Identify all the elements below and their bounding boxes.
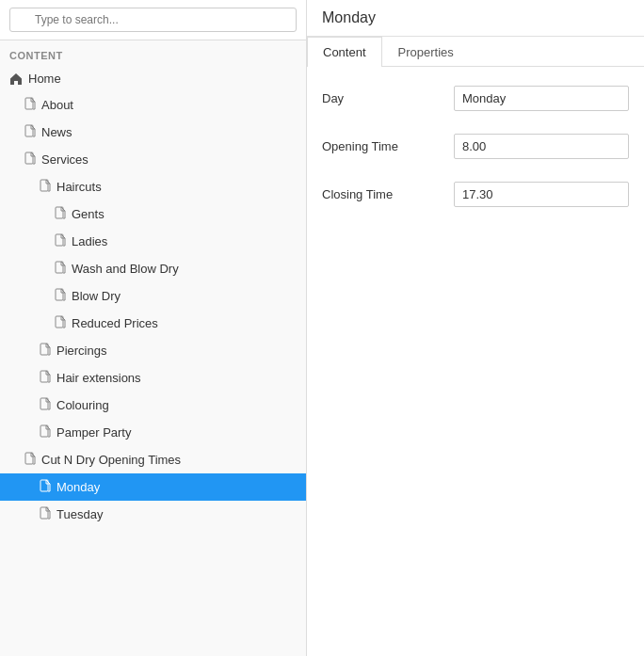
- page-icon: [55, 233, 66, 249]
- nav-item-label: Home: [28, 72, 61, 86]
- svg-rect-38: [40, 425, 48, 437]
- tab-properties[interactable]: Properties: [382, 37, 470, 67]
- svg-rect-35: [40, 398, 48, 409]
- svg-rect-14: [56, 207, 63, 218]
- nav-item-about[interactable]: About: [0, 91, 306, 119]
- svg-rect-32: [40, 371, 48, 382]
- nav-item-services[interactable]: Services: [0, 146, 306, 173]
- closing-time-row: Closing Time: [322, 182, 629, 207]
- opening-time-input[interactable]: [454, 134, 629, 159]
- svg-rect-8: [25, 152, 33, 164]
- nav-item-label: Haircuts: [56, 180, 102, 194]
- opening-time-row: Opening Time: [322, 134, 629, 159]
- nav-item-piercings[interactable]: Piercings: [0, 337, 306, 364]
- svg-rect-23: [56, 289, 63, 300]
- page-icon: [55, 315, 66, 331]
- right-content: Day Opening Time Closing Time: [307, 67, 644, 656]
- left-panel: ⚠ CONTENT HomeAboutNewsServicesHaircutsG…: [0, 0, 307, 656]
- right-header: Monday: [307, 0, 644, 37]
- right-panel: Monday ContentProperties Day Opening Tim…: [307, 0, 644, 656]
- nav-item-tuesday[interactable]: Tuesday: [0, 501, 306, 528]
- page-icon: [40, 506, 51, 522]
- svg-rect-5: [25, 125, 33, 136]
- page-icon: [40, 397, 51, 413]
- page-icon: [24, 97, 36, 113]
- page-icon: [55, 261, 66, 277]
- nav-item-label: Services: [41, 152, 89, 167]
- nav-item-colouring[interactable]: Colouring: [0, 392, 306, 419]
- page-icon: [40, 479, 51, 495]
- nav-item-ladies[interactable]: Ladies: [0, 228, 306, 255]
- nav-item-news[interactable]: News: [0, 119, 306, 146]
- svg-rect-47: [40, 507, 48, 519]
- day-input[interactable]: [454, 86, 629, 111]
- nav-item-label: Reduced Prices: [72, 316, 158, 330]
- opening-time-label: Opening Time: [322, 134, 454, 153]
- page-icon: [40, 424, 51, 440]
- svg-rect-29: [40, 344, 48, 355]
- nav-item-home[interactable]: Home: [0, 66, 306, 91]
- nav-item-wash-blow-dry[interactable]: Wash and Blow Dry: [0, 255, 306, 282]
- nav-item-label: Wash and Blow Dry: [72, 262, 179, 276]
- nav-tree: HomeAboutNewsServicesHaircutsGentsLadies…: [0, 66, 306, 656]
- page-title: Monday: [322, 9, 629, 26]
- closing-time-input[interactable]: [454, 182, 629, 207]
- svg-rect-20: [56, 262, 63, 273]
- page-icon: [24, 452, 36, 468]
- home-icon: [9, 72, 23, 86]
- nav-item-label: Blow Dry: [72, 289, 121, 303]
- nav-item-label: Colouring: [56, 398, 109, 412]
- svg-rect-2: [25, 98, 33, 109]
- page-icon: [24, 124, 36, 140]
- page-icon: [40, 179, 51, 195]
- nav-item-pamper-party[interactable]: Pamper Party: [0, 419, 306, 446]
- nav-item-label: Cut N Dry Opening Times: [41, 453, 181, 467]
- closing-time-label: Closing Time: [322, 182, 454, 201]
- nav-item-label: Gents: [72, 207, 105, 221]
- nav-item-label: About: [41, 98, 73, 112]
- svg-rect-41: [25, 453, 33, 464]
- page-icon: [55, 288, 66, 304]
- nav-item-blow-dry[interactable]: Blow Dry: [0, 282, 306, 310]
- tab-content[interactable]: Content: [307, 37, 382, 67]
- page-icon: [40, 370, 51, 386]
- nav-item-cut-n-dry[interactable]: Cut N Dry Opening Times: [0, 446, 306, 473]
- nav-item-label: News: [41, 125, 72, 139]
- nav-item-haircuts[interactable]: Haircuts: [0, 173, 306, 200]
- nav-item-label: Tuesday: [56, 507, 103, 521]
- search-input[interactable]: [9, 8, 297, 32]
- nav-item-reduced-prices[interactable]: Reduced Prices: [0, 310, 306, 337]
- nav-item-label: Piercings: [56, 344, 106, 358]
- nav-item-label: Ladies: [72, 234, 107, 248]
- search-bar: ⚠: [0, 0, 306, 40]
- content-section-label: CONTENT: [0, 40, 306, 66]
- day-label: Day: [322, 86, 454, 105]
- svg-rect-26: [56, 316, 63, 328]
- nav-item-gents[interactable]: Gents: [0, 200, 306, 228]
- svg-rect-11: [40, 180, 48, 191]
- nav-item-hair-extensions[interactable]: Hair extensions: [0, 364, 306, 392]
- page-icon: [55, 206, 66, 222]
- nav-item-label: Hair extensions: [56, 371, 141, 385]
- page-icon: [24, 152, 36, 168]
- svg-rect-17: [56, 234, 63, 246]
- svg-rect-44: [40, 480, 48, 491]
- day-row: Day: [322, 86, 629, 111]
- nav-item-label: Monday: [56, 480, 100, 494]
- page-icon: [40, 343, 51, 359]
- nav-item-monday[interactable]: Monday: [0, 473, 306, 501]
- tabs-bar: ContentProperties: [307, 37, 644, 67]
- nav-item-label: Pamper Party: [56, 425, 131, 440]
